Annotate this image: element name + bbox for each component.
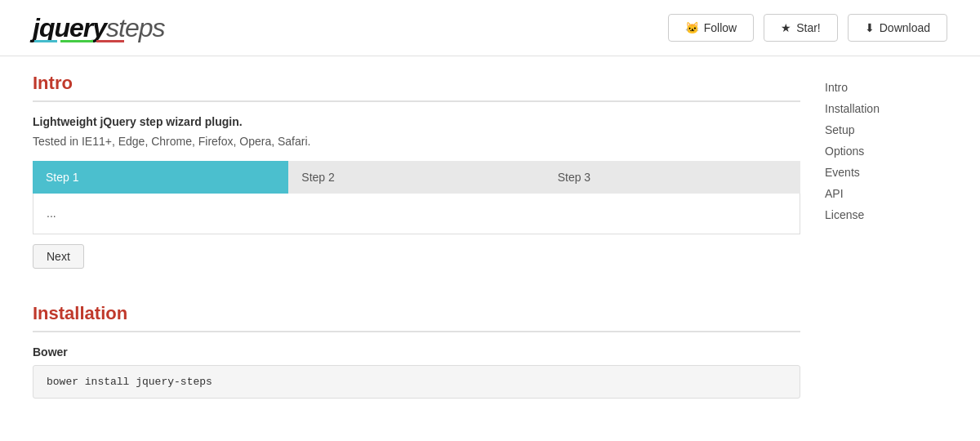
sidebar-item-license[interactable]: License	[825, 208, 947, 221]
sidebar-link-setup[interactable]: Setup	[825, 123, 855, 136]
sidebar-link-options[interactable]: Options	[825, 145, 864, 158]
step-tab-2[interactable]: Step 2	[288, 161, 544, 194]
underline-green	[60, 40, 93, 42]
logo-text: jquerysteps	[33, 13, 165, 43]
logo: jquerysteps	[33, 13, 165, 42]
sidebar-link-api[interactable]: API	[825, 187, 844, 200]
intro-bold-text: Lightweight jQuery step wizard plugin.	[33, 115, 800, 128]
logo-steps: steps	[106, 13, 164, 42]
header-actions: 🐱 Follow ★ Star! ⬇ Download	[668, 14, 947, 42]
logo-underlines	[34, 40, 165, 42]
sidebar-nav: Intro Installation Setup Options Events …	[825, 73, 947, 221]
sidebar-item-setup[interactable]: Setup	[825, 123, 947, 136]
steps-body-content: ...	[47, 207, 56, 220]
download-button[interactable]: ⬇ Download	[848, 14, 947, 42]
sidebar-link-installation[interactable]: Installation	[825, 102, 880, 115]
underline-red	[96, 40, 124, 42]
underline-cyan	[34, 40, 57, 42]
sidebar-item-api[interactable]: API	[825, 187, 947, 200]
download-icon: ⬇	[865, 21, 875, 34]
installation-section: Installation Bower bower install jquery-…	[33, 303, 800, 399]
next-button[interactable]: Next	[33, 244, 84, 269]
star-icon: ★	[781, 21, 791, 34]
main-layout: Intro Lightweight jQuery step wizard plu…	[0, 56, 980, 439]
installation-divider	[33, 331, 800, 332]
site-header: jquerysteps 🐱 Follow ★ Star! ⬇ Download	[0, 0, 980, 56]
bower-code: bower install jquery-steps	[33, 365, 800, 399]
download-label: Download	[880, 21, 930, 34]
sidebar-item-intro[interactable]: Intro	[825, 81, 947, 94]
follow-button[interactable]: 🐱 Follow	[668, 14, 754, 42]
steps-header: Step 1 Step 2 Step 3	[33, 161, 800, 194]
sidebar-link-license[interactable]: License	[825, 208, 864, 221]
steps-footer: Next	[33, 234, 800, 278]
sidebar: Intro Installation Setup Options Events …	[800, 73, 947, 423]
sidebar-item-installation[interactable]: Installation	[825, 102, 947, 115]
intro-description: Tested in IE11+, Edge, Chrome, Firefox, …	[33, 135, 800, 148]
sidebar-link-events[interactable]: Events	[825, 166, 860, 179]
intro-divider	[33, 100, 800, 102]
bower-label: Bower	[33, 345, 800, 359]
step-tab-1[interactable]: Step 1	[33, 161, 288, 194]
main-content: Intro Lightweight jQuery step wizard plu…	[33, 73, 800, 423]
follow-label: Follow	[704, 21, 737, 34]
star-button[interactable]: ★ Star!	[764, 14, 838, 42]
installation-title: Installation	[33, 303, 800, 324]
star-label: Star!	[796, 21, 821, 34]
sidebar-item-events[interactable]: Events	[825, 166, 947, 179]
sidebar-link-intro[interactable]: Intro	[825, 81, 848, 94]
logo-jquery: jquery	[33, 13, 106, 42]
github-icon: 🐱	[685, 21, 699, 34]
sidebar-item-options[interactable]: Options	[825, 145, 947, 158]
intro-section: Intro Lightweight jQuery step wizard plu…	[33, 73, 800, 278]
steps-body: ...	[33, 194, 800, 234]
intro-title: Intro	[33, 73, 800, 94]
step-tab-3[interactable]: Step 3	[545, 161, 800, 194]
